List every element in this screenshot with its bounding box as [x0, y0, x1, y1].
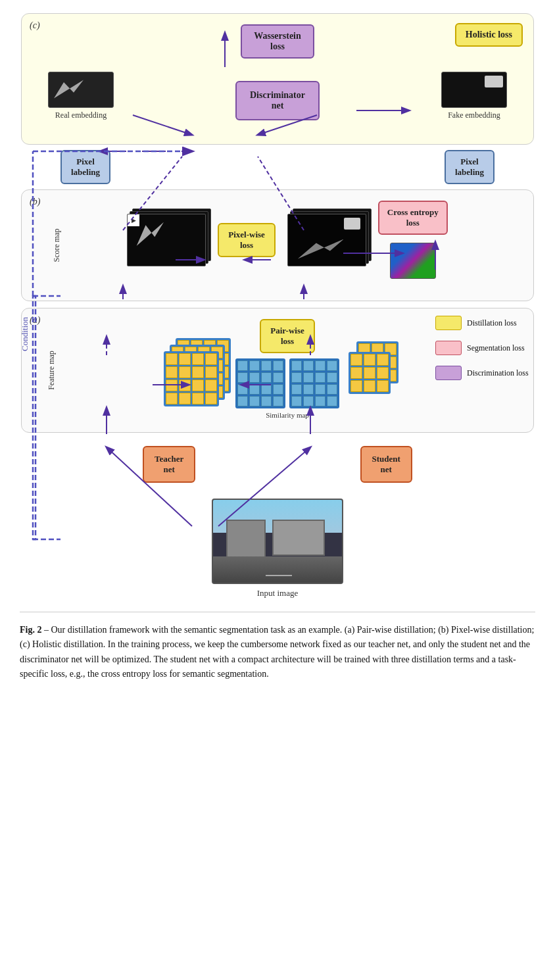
- legend-segmentation: Segmentation loss: [435, 341, 534, 355]
- fake-embedding-col: Fake embedding: [441, 72, 507, 120]
- legend-discrimination-box: [435, 366, 462, 380]
- right-score-stack: [287, 214, 366, 266]
- fake-embedding-label: Fake embedding: [448, 110, 500, 120]
- seg-image: [390, 243, 436, 279]
- legend-segmentation-label: Segmentation loss: [467, 343, 525, 353]
- pixelwise-box: Pixel-wiseloss: [218, 223, 276, 257]
- legend-distillation-label: Distillation loss: [467, 318, 517, 328]
- pixel-labeling-left: Pixellabeling: [60, 150, 110, 184]
- main-diagram: (c) Wassersteinloss Holistic loss Real e…: [21, 13, 534, 599]
- caption-label: Fig. 2: [20, 625, 41, 635]
- panel-b-label: (b): [30, 197, 40, 207]
- panel-b: (b) Score map ▶ Pixel-wiseloss: [21, 189, 534, 301]
- score-map-label: Score map: [52, 229, 62, 262]
- pixel-labeling-row: Pixellabeling Pixellabeling: [21, 145, 534, 189]
- caption-text: Our distillation framework with the sema…: [20, 625, 534, 679]
- cross-entropy-col: Cross entropyloss: [378, 201, 448, 279]
- student-net-box: Studentnet: [360, 446, 412, 483]
- panel-c: (c) Wassersteinloss Holistic loss Real e…: [21, 13, 534, 145]
- sim-grid-1: [235, 358, 285, 408]
- legend-discrimination: Discrimination loss: [435, 366, 534, 380]
- sim-grid-2: [289, 358, 339, 408]
- left-score-stack: ▶: [127, 214, 206, 266]
- similarity-maps: [235, 358, 339, 408]
- net-boxes-row: Teachernet Studentnet: [21, 439, 534, 489]
- student-feature-stack: [349, 341, 404, 397]
- holistic-area: Holistic loss: [455, 23, 523, 47]
- legend-distillation-box: [435, 316, 462, 330]
- legend: Distillation loss Segmentation loss Disc…: [435, 316, 534, 380]
- discriminator-col: Discriminatornet: [235, 81, 320, 120]
- teacher-net-box: Teachernet: [143, 446, 195, 483]
- teacher-feature-stack: [164, 338, 226, 401]
- wasserstein-area: Wassersteinloss: [35, 24, 520, 59]
- discriminator-box: Discriminatornet: [235, 81, 320, 120]
- teacher-grid-front: [164, 351, 219, 406]
- score-maps-row: ▶ Pixel-wiseloss Cross entropyloss: [35, 201, 520, 279]
- legend-segmentation-box: [435, 341, 462, 355]
- cross-entropy-box: Cross entropyloss: [378, 201, 448, 235]
- similarity-label: Similarity map: [266, 411, 309, 419]
- holistic-box: Holistic loss: [455, 23, 523, 47]
- input-image-area: Input image: [21, 499, 534, 599]
- wasserstein-box: Wassersteinloss: [241, 24, 314, 59]
- diagram-container: (c) Wassersteinloss Holistic loss Real e…: [20, 13, 535, 682]
- caption: Fig. 2 – Our distillation framework with…: [20, 612, 535, 682]
- condition-label: Condition: [20, 317, 30, 351]
- caption-dash: –: [41, 625, 51, 635]
- input-image-label: Input image: [257, 588, 298, 599]
- legend-distillation: Distillation loss: [435, 316, 534, 330]
- input-image: [212, 499, 343, 584]
- real-embedding-label: Real embedding: [55, 110, 107, 120]
- panel-c-label: (c): [30, 20, 40, 31]
- feature-map-label: Feature map: [47, 351, 57, 390]
- pairwise-col: Pair-wiseloss: [235, 319, 339, 419]
- pairwise-box: Pair-wiseloss: [260, 319, 315, 353]
- embeddings-row: Real embedding Discriminatornet Fake emb…: [35, 72, 520, 120]
- pixel-labeling-right: Pixellabeling: [445, 150, 495, 184]
- student-grid-front: [349, 352, 391, 394]
- legend-discrimination-label: Discrimination loss: [467, 368, 529, 378]
- panel-a-label: (a): [30, 315, 40, 326]
- real-embedding-col: Real embedding: [48, 72, 114, 120]
